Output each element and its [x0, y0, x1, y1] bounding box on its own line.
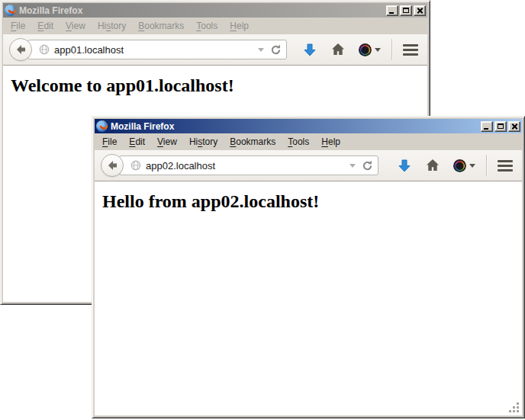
chevron-down-icon [375, 48, 381, 52]
url-text: app01.localhost [54, 44, 255, 56]
menu-item-view[interactable]: View [151, 135, 183, 149]
firefox-logo-icon [5, 5, 16, 16]
urlbar-dropdown-icon[interactable] [349, 164, 356, 168]
menu-bar: FileEditViewHistoryBookmarksToolsHelp [3, 18, 427, 34]
firefox-window-app02: Mozilla Firefox FileEditViewHistoryBookm… [92, 116, 525, 418]
home-button[interactable] [425, 158, 440, 173]
window-title: Mozilla Firefox [111, 121, 174, 132]
globe-icon [39, 44, 50, 55]
window-controls [481, 121, 520, 132]
menu-button[interactable] [498, 160, 513, 172]
close-button[interactable] [508, 121, 520, 132]
url-bar[interactable]: app01.localhost [27, 40, 287, 59]
download-button[interactable] [302, 42, 317, 57]
close-button[interactable] [414, 5, 426, 16]
home-button[interactable] [330, 42, 346, 57]
back-arrow-icon [14, 43, 27, 56]
menu-item-history[interactable]: History [183, 135, 224, 149]
url-text: app02.localhost [146, 160, 346, 172]
toolbar-separator [486, 155, 487, 176]
chevron-down-icon [469, 164, 475, 168]
maximize-button[interactable] [494, 121, 507, 132]
menu-bar: FileEditViewHistoryBookmarksToolsHelp [95, 133, 522, 150]
download-icon [302, 42, 317, 57]
reload-button[interactable] [270, 44, 282, 56]
reload-button[interactable] [362, 160, 373, 172]
menu-item-bookmarks[interactable]: Bookmarks [132, 19, 190, 33]
globe-icon [130, 160, 141, 171]
title-bar[interactable]: Mozilla Firefox [95, 119, 522, 133]
page-heading: Hello from app02.localhost! [102, 191, 522, 212]
menu-item-help[interactable]: Help [224, 19, 255, 33]
menu-item-view[interactable]: View [60, 19, 92, 33]
addon-button[interactable] [359, 43, 381, 56]
back-button[interactable] [9, 38, 32, 61]
navigation-toolbar: app01.localhost [3, 34, 427, 66]
resize-grip[interactable] [509, 402, 520, 413]
home-icon [425, 158, 440, 173]
back-button[interactable] [101, 154, 124, 177]
window-controls [386, 5, 426, 16]
navigation-toolbar: app02.localhost [95, 150, 522, 181]
menu-item-tools[interactable]: Tools [282, 135, 315, 149]
title-bar[interactable]: Mozilla Firefox [3, 3, 427, 18]
menu-item-history[interactable]: History [92, 19, 132, 33]
menu-item-edit[interactable]: Edit [31, 19, 60, 33]
color-wheel-icon [453, 159, 466, 172]
url-bar[interactable]: app02.localhost [119, 155, 378, 175]
toolbar-icons [289, 39, 418, 60]
minimize-button[interactable] [386, 5, 398, 16]
menu-button[interactable] [403, 44, 418, 56]
menu-item-edit[interactable]: Edit [123, 135, 151, 149]
download-button[interactable] [397, 158, 412, 173]
menu-item-file[interactable]: File [5, 19, 31, 33]
home-icon [330, 42, 346, 57]
page-content: Hello from app02.localhost! [95, 181, 522, 415]
window-title: Mozilla Firefox [19, 5, 82, 16]
urlbar-dropdown-icon[interactable] [258, 48, 264, 52]
menu-item-file[interactable]: File [96, 135, 123, 149]
toolbar-separator [391, 39, 392, 60]
color-wheel-icon [359, 43, 372, 56]
download-icon [397, 158, 412, 173]
addon-button[interactable] [453, 159, 475, 172]
firefox-logo-icon [96, 120, 108, 132]
back-arrow-icon [106, 159, 118, 172]
minimize-button[interactable] [481, 121, 493, 132]
menu-item-tools[interactable]: Tools [190, 19, 224, 33]
page-heading: Welcome to app01.localhost! [11, 75, 427, 96]
menu-item-help[interactable]: Help [315, 135, 346, 149]
maximize-button[interactable] [400, 5, 412, 16]
toolbar-icons [384, 155, 513, 176]
menu-item-bookmarks[interactable]: Bookmarks [224, 135, 282, 149]
